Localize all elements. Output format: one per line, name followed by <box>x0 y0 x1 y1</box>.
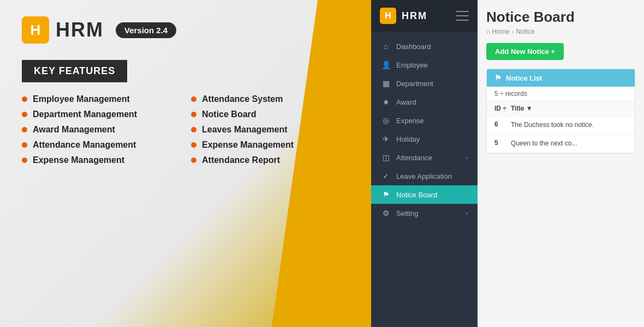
notice-table-header: ID ÷ Title ▼ <box>487 101 635 116</box>
table-row: 6 The Duchess took no notice. <box>487 116 635 135</box>
list-item: Attendance Report <box>191 155 349 165</box>
list-item: Expense Management <box>22 155 180 165</box>
sidebar-item-setting[interactable]: ⚙ Setting › <box>371 204 478 222</box>
features-list: Employee Management Department Managemen… <box>22 94 349 171</box>
bullet-icon <box>22 158 27 163</box>
breadcrumb-home: ⌂ Home <box>486 28 510 35</box>
records-label: 5 ÷ records <box>494 90 527 98</box>
attendance-icon: ◫ <box>381 153 391 162</box>
sidebar-brand-name: HRM <box>402 10 427 22</box>
chevron-right-icon: › <box>466 155 468 161</box>
settings-icon: ⚙ <box>381 209 391 217</box>
add-new-notice-button[interactable]: Add New Notice + <box>486 43 564 60</box>
brand-name: HRM <box>56 19 104 41</box>
department-icon: ▦ <box>381 79 391 88</box>
sidebar-item-label: Award <box>396 98 416 106</box>
bullet-icon <box>22 127 27 132</box>
sidebar-item-label: Expense <box>396 117 424 125</box>
key-features-title: KEY FEATURES <box>22 60 127 82</box>
column-header-id: ID ÷ <box>494 105 511 112</box>
sidebar-item-expense[interactable]: ◎ Expense <box>371 111 478 130</box>
sidebar-item-label: Department <box>396 80 433 88</box>
logo-letter: H <box>31 22 41 39</box>
bullet-icon <box>191 158 196 163</box>
chevron-right-icon: › <box>466 210 468 216</box>
table-row: 5 Queen to the next co... <box>487 135 635 153</box>
bullet-icon <box>191 142 196 148</box>
sidebar-item-label: Notice Board <box>396 191 437 199</box>
sidebar-item-notice-board[interactable]: ⚑ Notice Board <box>371 185 478 204</box>
right-panel: H HRM ⌂ Dashboard 👤 Employee ▦ Departmen… <box>371 0 644 327</box>
sidebar-toggle-button[interactable] <box>456 11 469 21</box>
notice-title: The Duchess took no notice. <box>511 120 627 130</box>
sidebar-item-label: Setting <box>396 209 418 217</box>
list-icon: ⚑ <box>494 74 502 82</box>
sidebar: H HRM ⌂ Dashboard 👤 Employee ▦ Departmen… <box>371 0 478 327</box>
sidebar-item-leave[interactable]: ✓ Leave Application <box>371 167 478 185</box>
bullet-icon <box>191 127 196 132</box>
sidebar-item-dashboard[interactable]: ⌂ Dashboard <box>371 37 478 56</box>
notice-icon: ⚑ <box>381 190 391 199</box>
list-item: Leaves Management <box>191 125 349 135</box>
sidebar-item-label: Employee <box>396 61 428 69</box>
list-item: Employee Management <box>22 94 180 104</box>
list-item: Attendance System <box>191 94 349 104</box>
notice-list-header: ⚑ Notice List <box>487 69 635 87</box>
sidebar-item-label: Leave Application <box>396 172 452 180</box>
logo-box: H <box>22 16 49 44</box>
holiday-icon: ✈ <box>381 135 391 143</box>
sidebar-item-label: Dashboard <box>396 43 431 51</box>
notice-title: Queen to the next co... <box>511 139 627 148</box>
page-title: Notice Board <box>486 9 635 26</box>
column-header-title: Title ▼ <box>511 105 627 112</box>
version-badge: Version 2.4 <box>116 22 176 38</box>
bullet-icon <box>191 96 196 102</box>
bullet-icon <box>22 96 27 102</box>
brand-header: H HRM Version 2.4 <box>22 16 349 44</box>
list-item: Award Management <box>22 125 180 135</box>
sidebar-navigation: ⌂ Dashboard 👤 Employee ▦ Department ★ Aw… <box>371 37 478 222</box>
sidebar-logo-letter: H <box>385 11 391 21</box>
list-item: Notice Board <box>191 110 349 119</box>
left-panel: H HRM Version 2.4 KEY FEATURES Employee … <box>0 0 371 327</box>
sidebar-item-label: Holiday <box>396 135 420 143</box>
notice-records-row: 5 ÷ records <box>487 87 635 101</box>
sidebar-item-holiday[interactable]: ✈ Holiday <box>371 130 478 148</box>
notice-id: 6 <box>494 120 511 128</box>
home-icon: ⌂ <box>381 42 391 51</box>
bullet-icon <box>22 142 27 148</box>
sidebar-item-department[interactable]: ▦ Department <box>371 74 478 93</box>
user-icon: 👤 <box>381 60 391 69</box>
notice-list-box: ⚑ Notice List 5 ÷ records ID ÷ Title ▼ 6… <box>486 69 635 154</box>
sidebar-item-label: Attendance <box>396 154 432 162</box>
breadcrumb: ⌂ Home › Notice <box>486 28 635 35</box>
home-icon: ⌂ <box>486 28 490 35</box>
sidebar-logo-box: H <box>380 8 396 24</box>
main-content: Notice Board ⌂ Home › Notice Add New Not… <box>478 0 644 327</box>
award-icon: ★ <box>381 98 391 106</box>
breadcrumb-current: Notice <box>516 28 535 35</box>
sidebar-header: H HRM <box>371 0 478 32</box>
leave-icon: ✓ <box>381 172 391 180</box>
expense-icon: ◎ <box>381 116 391 125</box>
breadcrumb-separator: › <box>512 28 514 35</box>
bullet-icon <box>22 112 27 117</box>
notice-id: 5 <box>494 139 511 147</box>
list-item: Department Management <box>22 110 180 119</box>
list-item: Attendance Management <box>22 140 180 150</box>
notice-list-label: Notice List <box>506 74 542 82</box>
sidebar-item-employee[interactable]: 👤 Employee <box>371 56 478 74</box>
list-item: Expense Management <box>191 140 349 150</box>
sidebar-item-attendance[interactable]: ◫ Attendance › <box>371 148 478 167</box>
bullet-icon <box>191 112 196 117</box>
sidebar-item-award[interactable]: ★ Award <box>371 93 478 111</box>
